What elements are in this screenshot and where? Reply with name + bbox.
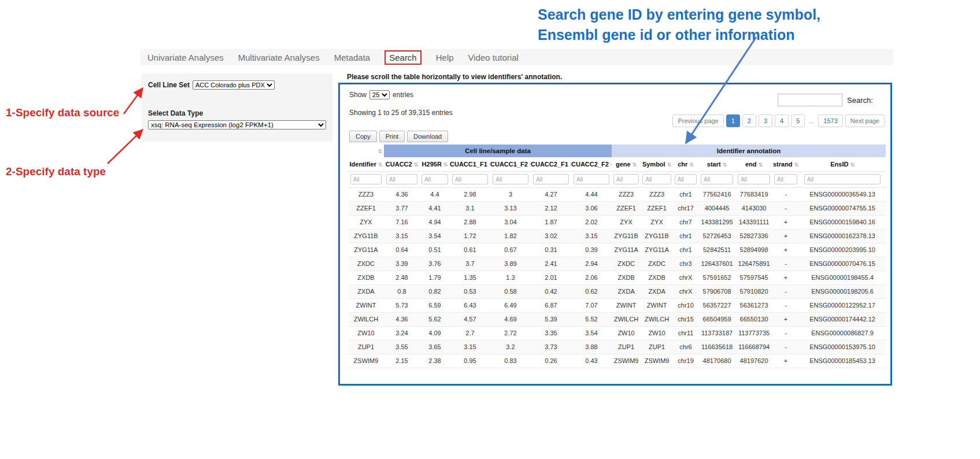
sort-icon[interactable]: ⇅ [443, 162, 448, 168]
cell-cuacc2-f1: 6.87 [531, 298, 571, 312]
column-header-cuacc2-f1[interactable]: CUACC2_F1⇅ [531, 157, 571, 171]
page-button-3[interactable]: 3 [759, 114, 772, 127]
page-button-2[interactable]: 2 [742, 114, 756, 127]
cell-cuacc2-f1: 3.35 [531, 326, 571, 340]
filter-input-cuacc2-f1[interactable] [533, 174, 569, 184]
column-header-label: Identifier [350, 161, 376, 168]
search-label: Search: [847, 96, 873, 105]
cell-symbol: ZXDC [641, 257, 673, 271]
sort-icon[interactable]: ⇅ [689, 162, 694, 168]
column-header-strand[interactable]: strand⇅ [772, 157, 799, 171]
column-header-gene[interactable]: gene⇅ [612, 157, 641, 171]
table-row: ZSWIM92.152.380.950.830.260.43ZSWIM9ZSWI… [348, 354, 886, 368]
download-button[interactable]: Download [407, 131, 448, 142]
cell-strand: - [772, 187, 799, 201]
nav-item-search[interactable]: Search [384, 50, 421, 65]
filter-cell [384, 171, 420, 187]
page-button-1[interactable]: 1 [726, 114, 740, 127]
filter-input-cuacc2-f2[interactable] [574, 174, 609, 184]
sort-icon[interactable]: ⇅ [723, 162, 727, 168]
table-row: ZYX7.164.942.883.041.872.02ZYXZYXchr7143… [348, 215, 886, 229]
page-button-1573[interactable]: 1573 [818, 114, 842, 127]
next-page-button[interactable]: Next page [845, 114, 885, 127]
nav-item-univariate-analyses[interactable]: Univariate Analyses [147, 53, 224, 62]
filter-input-cuacc2[interactable] [386, 174, 418, 184]
cell-line-set-select[interactable]: ACC Colorado plus PDX [193, 80, 275, 90]
previous-page-button[interactable]: Previous page [672, 114, 723, 127]
cell-identifier: ZXDA [348, 284, 384, 298]
filter-input-identifier[interactable] [350, 174, 382, 184]
page-length-select[interactable]: 25 [369, 90, 390, 99]
cell-cuacc2: 4.36 [384, 187, 420, 201]
cell-cuacc2-f2: 0.43 [571, 354, 612, 368]
cell-cuacc2-f1: 5.39 [531, 312, 571, 326]
filter-input-strand[interactable] [774, 174, 797, 184]
cell-ensid: ENSG00000174442.12 [799, 312, 886, 326]
sort-icon[interactable]: ⇅ [794, 162, 799, 168]
column-header-end[interactable]: end⇅ [735, 157, 772, 171]
cell-symbol: ZZEF1 [641, 201, 673, 215]
column-header-h295r[interactable]: H295R⇅ [420, 157, 450, 171]
cell-cuacc2-f1: 0.42 [531, 284, 571, 298]
filter-input-gene[interactable] [613, 174, 639, 184]
print-button[interactable]: Print [379, 131, 405, 142]
sort-icon[interactable]: ⇅ [611, 162, 612, 168]
column-header-chr[interactable]: chr⇅ [673, 157, 698, 171]
search-input[interactable] [778, 94, 842, 106]
column-header-label: chr [678, 161, 687, 168]
filter-input-start[interactable] [701, 174, 733, 184]
column-header-identifier[interactable]: Identifier⇅ [348, 157, 384, 171]
export-buttons: CopyPrintDownload [349, 131, 448, 142]
filter-input-ensid[interactable] [804, 174, 881, 184]
cell-cuacc1-f1: 2.88 [450, 215, 490, 229]
cell-strand: - [772, 298, 799, 312]
sort-icon[interactable]: ⇅ [633, 162, 637, 168]
cell-ensid: ENSG00000086827.9 [799, 326, 886, 340]
page-button-5[interactable]: 5 [791, 114, 805, 127]
nav-item-video-tutorial[interactable]: Video tutorial [468, 53, 519, 62]
nav-item-metadata[interactable]: Metadata [334, 53, 371, 62]
cell-cuacc1-f2: 2.72 [490, 326, 531, 340]
sort-icon[interactable]: ⇅ [378, 149, 382, 154]
sort-icon[interactable]: ⇅ [667, 162, 672, 168]
cell-h295r: 3.54 [420, 229, 450, 243]
cell-cuacc1-f2: 0.58 [490, 284, 531, 298]
copy-button[interactable]: Copy [349, 131, 377, 142]
nav-item-multivariate-analyses[interactable]: Multivariate Analyses [238, 53, 320, 62]
sort-icon[interactable]: ⇅ [759, 162, 763, 168]
column-header-cuacc2[interactable]: CUACC2⇅ [384, 157, 420, 171]
cell-cuacc2-f1: 3.73 [531, 340, 571, 354]
cell-start: 57906708 [698, 284, 735, 298]
cell-chr: chr17 [673, 201, 698, 215]
red-arrow-2 [108, 129, 143, 164]
table-row: ZYG11B3.153.541.721.823.023.15ZYG11BZYG1… [348, 229, 886, 243]
page-button-4[interactable]: 4 [775, 114, 789, 127]
cell-identifier: ZYG11A [348, 243, 384, 257]
sort-icon[interactable]: ⇅ [378, 162, 383, 168]
sort-icon[interactable]: ⇅ [414, 162, 419, 168]
data-type-select[interactable]: xsq: RNA-seq Expression (log2 FPKM+1) [148, 120, 326, 129]
sort-icon[interactable]: ⇅ [850, 162, 855, 168]
column-header-cuacc2-f2[interactable]: CUACC2_F2⇅ [571, 157, 612, 171]
cell-identifier: ZWILCH [348, 312, 384, 326]
cell-identifier: ZYG11B [348, 229, 384, 243]
column-header-cuacc1-f1[interactable]: CUACC1_F1⇅ [450, 157, 490, 171]
column-header-cuacc1-f2[interactable]: CUACC1_F2⇅ [490, 157, 531, 171]
column-header-start[interactable]: start⇅ [698, 157, 735, 171]
nav-item-help[interactable]: Help [436, 53, 454, 62]
filter-input-cuacc1-f1[interactable] [452, 174, 488, 184]
filter-input-chr[interactable] [675, 174, 697, 184]
cell-symbol: ZZZ3 [641, 187, 673, 201]
cell-chr: chr1 [673, 229, 698, 243]
scroll-note: Please scroll the table horizontally to … [347, 73, 562, 81]
column-header-symbol[interactable]: Symbol⇅ [641, 157, 673, 171]
column-header-ensid[interactable]: EnsID⇅ [799, 157, 886, 171]
cell-end: 66550130 [735, 312, 772, 326]
filter-input-end[interactable] [738, 174, 770, 184]
filter-input-h295r[interactable] [421, 174, 448, 184]
filter-input-symbol[interactable] [642, 174, 671, 184]
cell-gene: ZYG11A [612, 243, 641, 257]
filter-input-cuacc1-f2[interactable] [493, 174, 528, 184]
cell-h295r: 2.38 [420, 354, 450, 368]
cell-strand: - [772, 201, 799, 215]
